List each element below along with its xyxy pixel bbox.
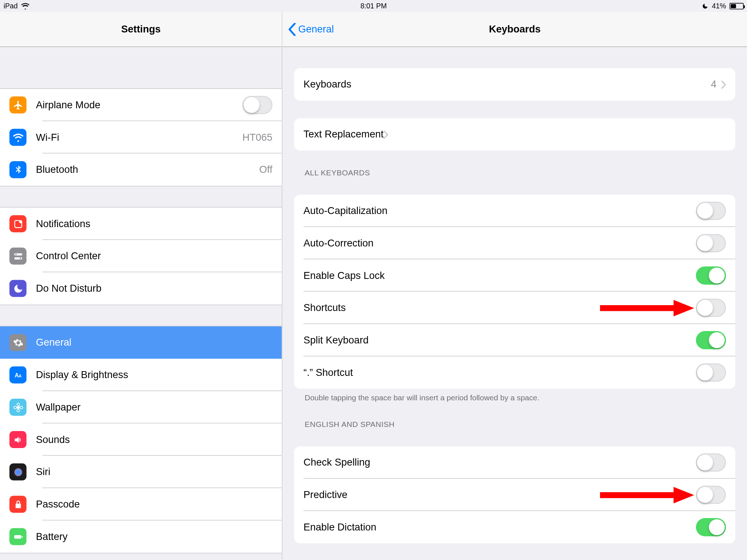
sidebar-item-label: Wallpaper [36,401,80,413]
sidebar-item-label: General [36,337,71,348]
sidebar-item-notifications[interactable]: Notifications [0,207,282,240]
svg-point-10 [17,409,19,412]
sidebar-item-general[interactable]: General [0,326,282,359]
detail-nav-header: General Keyboards [282,12,747,47]
sidebar-item-label: Passcode [36,498,80,510]
section-header: ALL KEYBOARDS [305,168,736,177]
svg-rect-15 [22,536,22,537]
toggles-icon [9,248,27,265]
sidebar-item-passcode[interactable]: Passcode [0,488,282,521]
status-bar: iPad 8:01 PM 41% [0,0,747,12]
siri-icon [9,463,27,481]
setting-row-label: Split Keyboard [303,334,368,346]
status-battery-pct: 41% [712,2,726,10]
sidebar-group-connectivity: Airplane ModeWi-FiHT065BluetoothOff [0,88,282,186]
status-time: 8:01 PM [360,2,387,10]
detail-title: Keyboards [489,23,541,35]
splitkb-toggle[interactable] [696,331,726,349]
predictive-toggle[interactable] [696,486,726,504]
battery-icon [729,3,744,9]
setting-row-label: Auto-Capitalization [303,205,387,217]
svg-text:A: A [18,373,21,378]
sidebar-item-airplane[interactable]: Airplane Mode [0,89,282,121]
sidebar-item-label: Battery [36,531,67,542]
back-button[interactable]: General [288,12,334,46]
sidebar-item-label: Control Center [36,250,101,262]
gear-icon [9,334,27,351]
chevron-right-icon [384,130,388,139]
battery-icon [9,528,27,545]
bell-square-icon [9,215,27,232]
sidebar-item-value: Off [259,164,272,175]
svg-point-5 [19,257,21,259]
airplane-icon [9,97,27,114]
sidebar-item-siri[interactable]: Siri [0,456,282,488]
detail-row-label: Text Replacement [303,128,383,140]
detail-group-keyboards: Keyboards4 [294,68,736,101]
sidebar-item-label: Do Not Disturb [36,283,101,294]
sidebar-item-label: Display & Brightness [36,369,128,381]
sidebar-item-dnd[interactable]: Do Not Disturb [0,272,282,305]
setting-row-autocap: Auto-Capitalization [294,195,736,227]
sidebar-title: Settings [121,23,160,35]
bluetooth-icon [9,161,27,178]
capslock-toggle[interactable] [696,267,726,285]
sidebar-item-bluetooth[interactable]: BluetoothOff [0,153,282,186]
lock-icon [9,496,27,513]
aa-icon: AA [9,366,27,384]
setting-row-label: Shortcuts [303,302,346,314]
wifi-icon [21,3,30,9]
setting-row-dotshort: “.” Shortcut [294,356,736,389]
speaker-icon [9,431,27,448]
airplane-toggle[interactable] [243,96,272,114]
section-header: ENGLISH AND SPANISH [305,420,736,429]
svg-point-8 [17,406,19,408]
sidebar-group-general: GeneralAADisplay & BrightnessWallpaperSo… [0,326,282,553]
detail-pane: General Keyboards Keyboards4Text Replace… [282,12,747,560]
annotation-arrow [600,297,694,318]
sidebar-item-label: Airplane Mode [36,99,100,111]
settings-sidebar: Settings Airplane ModeWi-FiHT065Bluetoot… [0,12,282,560]
back-label: General [298,23,334,35]
setting-row-label: Enable Caps Lock [303,270,385,281]
svg-text:A: A [15,372,19,378]
setting-row-label: Check Spelling [303,456,370,468]
svg-point-3 [15,253,16,255]
svg-point-12 [20,406,22,408]
setting-row-label: “.” Shortcut [303,367,353,378]
setting-row-predictive: Predictive [294,479,736,511]
dictation-toggle[interactable] [696,518,726,536]
setting-row-dictation: Enable Dictation [294,511,736,544]
sidebar-item-display[interactable]: AADisplay & Brightness [0,359,282,391]
detail-group-textreplace: Text Replacement [294,118,736,151]
sidebar-item-wifi[interactable]: Wi-FiHT065 [0,121,282,153]
sidebar-item-wallpaper[interactable]: Wallpaper [0,391,282,424]
setting-row-label: Predictive [303,489,347,501]
svg-point-9 [17,403,19,405]
autocap-toggle[interactable] [696,202,726,220]
section-footer: Double tapping the space bar will insert… [305,393,736,402]
status-device: iPad [4,2,18,10]
setting-row-splitkb: Split Keyboard [294,324,736,357]
detail-row-text-replacement[interactable]: Text Replacement [294,118,736,151]
dotshort-toggle[interactable] [696,363,726,382]
sidebar-item-label: Bluetooth [36,164,78,175]
sidebar-item-controlcenter[interactable]: Control Center [0,240,282,272]
autocorr-toggle[interactable] [696,234,726,252]
svg-rect-14 [14,535,21,538]
sidebar-item-label: Notifications [36,218,90,230]
sidebar-item-sounds[interactable]: Sounds [0,423,282,456]
sidebar-item-battery[interactable]: Battery [0,521,282,553]
detail-row-keyboards-count[interactable]: Keyboards4 [294,68,736,101]
do-not-disturb-icon [702,3,708,9]
spelling-toggle[interactable] [696,454,726,472]
detail-row-label: Keyboards [303,78,351,90]
moon-icon [9,280,27,297]
setting-row-autocorr: Auto-Correction [294,227,736,260]
svg-point-1 [19,220,22,223]
detail-row-value: 4 [711,78,721,90]
sidebar-item-label: Siri [36,466,50,478]
sidebar-nav-header: Settings [0,12,282,47]
sidebar-item-label: Wi-Fi [36,132,59,143]
shortcuts-toggle[interactable] [696,299,726,317]
